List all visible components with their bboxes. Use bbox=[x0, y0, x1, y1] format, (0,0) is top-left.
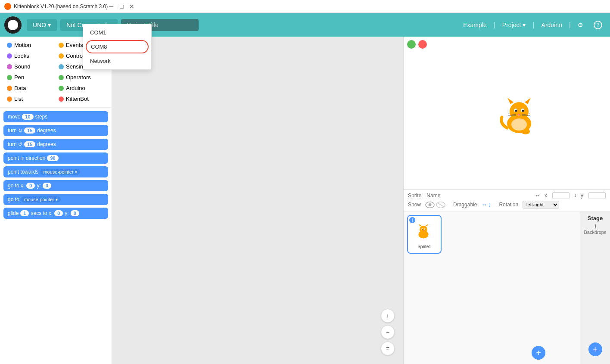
motion-dot bbox=[7, 43, 12, 48]
rotation-select[interactable]: left-right all around don't rotate bbox=[523, 201, 559, 208]
drag-arrow-left: ↔ bbox=[481, 201, 487, 208]
block-goto-y-value[interactable]: 0 bbox=[43, 183, 51, 189]
block-move-value[interactable]: 10 bbox=[22, 114, 33, 120]
block-point-dir[interactable]: point in direction 90 bbox=[3, 152, 108, 164]
drag-arrow-up: ↕ bbox=[488, 201, 491, 208]
x-value-input[interactable] bbox=[552, 192, 570, 199]
logo-cat bbox=[8, 20, 18, 30]
sidebar-item-operators[interactable]: Operators bbox=[55, 72, 106, 82]
nav-sep-1: | bbox=[494, 21, 495, 29]
arduino-button[interactable]: Arduino bbox=[538, 20, 566, 30]
zoom-in-button[interactable]: + bbox=[381, 309, 395, 323]
block-glide-y[interactable]: 0 bbox=[71, 210, 79, 216]
green-flag-button[interactable] bbox=[407, 40, 416, 49]
sprite-card-sprite1[interactable]: i Sprit bbox=[407, 215, 442, 254]
main-content: Motion Events Looks Control Sound Sensin… bbox=[0, 37, 610, 364]
stage-info-panel: Stage 1 Backdrops + bbox=[580, 212, 610, 364]
sidebar-item-arduino[interactable]: Arduino bbox=[55, 83, 106, 93]
block-glide-secs[interactable]: 1 bbox=[20, 210, 29, 216]
name-label: Name bbox=[426, 193, 440, 199]
eye-icon bbox=[425, 202, 435, 208]
block-move-steps: steps bbox=[35, 114, 48, 120]
add-backdrop-icon[interactable]: + bbox=[588, 342, 602, 356]
sidebar-item-control-label: Control bbox=[66, 53, 84, 59]
example-button[interactable]: Example bbox=[460, 20, 490, 30]
sidebar-item-sound[interactable]: Sound bbox=[3, 62, 54, 72]
backdrops-label: Backdrops bbox=[584, 230, 607, 235]
zoom-out-button[interactable]: − bbox=[381, 325, 395, 339]
block-point-towards-dropdown[interactable]: mouse-pointer bbox=[40, 169, 80, 175]
sidebar-item-list[interactable]: List bbox=[3, 94, 54, 104]
settings-button[interactable]: ⚙ bbox=[574, 20, 587, 30]
svg-point-10 bbox=[518, 114, 520, 115]
sprite-label: Sprite bbox=[408, 193, 421, 199]
workspace[interactable]: + − = bbox=[112, 37, 403, 364]
sidebar-item-data[interactable]: Data bbox=[3, 83, 54, 93]
add-backdrop-button[interactable]: + bbox=[588, 342, 602, 356]
block-turn-ccw-value[interactable]: 15 bbox=[24, 141, 35, 147]
block-glide[interactable]: glide 1 secs to x: 0 y: 0 bbox=[3, 208, 108, 219]
show-toggle[interactable] bbox=[425, 202, 445, 208]
sound-dot bbox=[7, 64, 12, 69]
nav-sep-3: | bbox=[569, 21, 571, 29]
sidebar-item-kittenbot[interactable]: KittenBot bbox=[55, 94, 106, 104]
board-selector-button[interactable]: UNO ▾ bbox=[27, 19, 57, 31]
block-turn-cw-value[interactable]: 15 bbox=[24, 128, 35, 134]
block-goto-xy[interactable]: go to x: 0 y: 0 bbox=[3, 180, 108, 191]
sprite-info-row2: Show Draggable ↔ ↕ Rotation bbox=[408, 201, 606, 208]
block-goto-target[interactable]: go to mouse-pointer bbox=[3, 194, 108, 205]
sprite-thumbnail bbox=[413, 220, 436, 243]
stop-button[interactable] bbox=[418, 40, 427, 49]
dropdown-item-network[interactable]: Network bbox=[83, 54, 151, 68]
y-label: y bbox=[581, 193, 583, 199]
app-icon bbox=[4, 3, 11, 10]
dropdown-item-com8[interactable]: COM8 bbox=[86, 40, 149, 53]
sidebar-item-looks[interactable]: Looks bbox=[3, 51, 54, 61]
sidebar-item-events-label: Events bbox=[66, 42, 83, 48]
block-goto-x-label: go to x: bbox=[8, 183, 25, 189]
sprite-info-icon[interactable]: i bbox=[409, 217, 415, 223]
sidebar-item-list-label: List bbox=[14, 96, 23, 102]
events-dot bbox=[59, 43, 64, 48]
add-sprite-icon[interactable]: + bbox=[532, 346, 545, 360]
project-button[interactable]: Project ▾ bbox=[499, 20, 529, 30]
workspace-canvas[interactable] bbox=[112, 37, 403, 364]
sidebar-item-pen-label: Pen bbox=[14, 74, 24, 81]
help-icon: ? bbox=[594, 21, 602, 29]
board-label: UNO bbox=[33, 22, 46, 28]
sidebar-item-motion[interactable]: Motion bbox=[3, 40, 54, 50]
block-goto-x-value[interactable]: 0 bbox=[26, 183, 35, 189]
block-point-dir-value[interactable]: 90 bbox=[47, 155, 58, 161]
block-point-towards[interactable]: point towards mouse-pointer bbox=[3, 166, 108, 177]
y-value-input[interactable] bbox=[588, 192, 606, 199]
zoom-reset-button[interactable]: = bbox=[381, 342, 395, 355]
nav-sep-2: | bbox=[532, 21, 534, 29]
maximize-button[interactable]: □ bbox=[118, 3, 125, 10]
block-point-dir-label: point in direction bbox=[8, 155, 45, 161]
sidebar-item-pen[interactable]: Pen bbox=[3, 72, 54, 82]
close-button[interactable]: ✕ bbox=[128, 3, 135, 10]
bottom-panel: i Sprit bbox=[404, 212, 610, 364]
app-logo bbox=[4, 16, 22, 34]
control-dot bbox=[59, 53, 64, 59]
cat-sprite bbox=[491, 91, 543, 134]
stage-toolbar bbox=[407, 40, 427, 49]
block-glide-secs-label: secs to x: bbox=[31, 210, 53, 216]
help-button[interactable]: ? bbox=[590, 19, 606, 31]
add-sprite-button[interactable]: + bbox=[532, 346, 545, 360]
dropdown-item-com1[interactable]: COM1 bbox=[83, 26, 151, 39]
block-move[interactable]: move 10 steps bbox=[3, 111, 108, 122]
block-turn-cw[interactable]: turn ↻ 15 degrees bbox=[3, 125, 108, 136]
minimize-button[interactable]: ─ bbox=[108, 3, 115, 10]
svg-marker-24 bbox=[426, 224, 428, 227]
block-glide-x[interactable]: 0 bbox=[54, 210, 63, 216]
block-turn-ccw-label: turn ↺ bbox=[8, 141, 22, 147]
block-turn-ccw[interactable]: turn ↺ 15 degrees bbox=[3, 139, 108, 150]
drag-arrows[interactable]: ↔ ↕ bbox=[481, 201, 491, 208]
show-label: Show bbox=[408, 202, 421, 208]
sidebar-item-looks-label: Looks bbox=[14, 53, 29, 59]
kittenbot-dot bbox=[59, 96, 64, 102]
svg-line-20 bbox=[437, 202, 445, 207]
pen-dot bbox=[7, 75, 12, 80]
block-goto-dropdown[interactable]: mouse-pointer bbox=[21, 196, 61, 202]
